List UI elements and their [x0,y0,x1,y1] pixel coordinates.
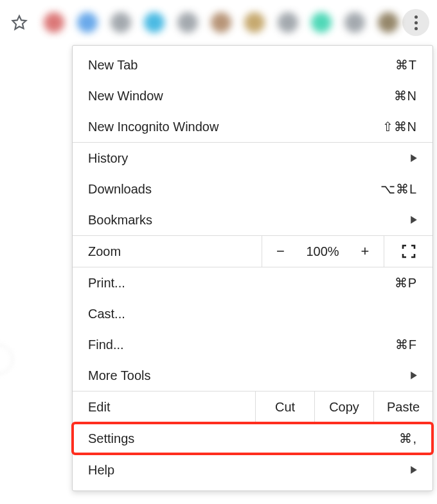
menu-item-label: Edit [73,392,255,422]
fullscreen-button[interactable] [384,236,433,267]
extension-icons [31,12,402,33]
menu-item-shortcut: ⇧⌘N [382,119,417,134]
menu-item-label: New Window [88,89,394,104]
menu-print[interactable]: Print... ⌘P [73,267,433,298]
extension-icon[interactable] [177,12,198,33]
chevron-right-icon [411,216,417,224]
extension-icon[interactable] [311,12,332,33]
menu-item-label: Cast... [88,307,417,321]
menu-history[interactable]: History [73,143,433,174]
menu-bookmarks[interactable]: Bookmarks [73,204,433,235]
browser-toolbar [0,0,437,45]
menu-item-label: History [88,151,411,166]
menu-item-shortcut: ⌘F [395,337,417,352]
menu-downloads[interactable]: Downloads ⌥⌘L [73,174,433,204]
menu-item-label: New Tab [88,58,395,73]
menu-item-shortcut: ⌘P [395,275,417,291]
menu-item-label: Zoom [73,236,262,267]
more-menu-button[interactable] [402,9,429,36]
menu-item-label: Settings [88,431,399,446]
menu-help[interactable]: Help [73,455,433,485]
menu-item-label: New Incognito Window [88,120,382,134]
extension-icon[interactable] [144,12,165,33]
extension-icon[interactable] [278,12,298,33]
chevron-right-icon [411,154,417,162]
menu-more-tools[interactable]: More Tools [73,360,433,391]
menu-item-shortcut: ⌥⌘L [380,181,417,197]
menu-new-tab[interactable]: New Tab ⌘T [73,46,433,80]
bookmark-star-button[interactable] [8,11,31,34]
chevron-right-icon [411,372,417,379]
menu-new-window[interactable]: New Window ⌘N [73,80,433,111]
menu-item-label: Find... [88,338,395,352]
menu-item-shortcut: ⌘T [395,57,417,73]
extension-icon[interactable] [344,12,365,33]
edit-copy-button[interactable]: Copy [314,392,373,422]
extension-icon[interactable] [378,12,398,33]
menu-find[interactable]: Find... ⌘F [73,329,433,360]
edit-paste-button[interactable]: Paste [373,392,433,422]
extension-icon[interactable] [77,12,98,33]
menu-item-label: More Tools [88,368,411,383]
menu-item-shortcut: ⌘N [394,88,417,104]
chrome-menu: New Tab ⌘T New Window ⌘N New Incognito W… [72,45,433,491]
chevron-right-icon [411,466,417,474]
menu-zoom-row: Zoom − 100% + [73,235,433,267]
extension-icon[interactable] [211,12,231,33]
menu-item-shortcut: ⌘, [399,431,417,446]
zoom-out-button[interactable]: − [262,236,299,267]
menu-item-label: Help [88,463,411,478]
menu-item-label: Print... [88,276,395,291]
zoom-in-button[interactable]: + [346,236,384,267]
blurred-avatar [0,345,13,374]
menu-edit-row: Edit Cut Copy Paste [73,391,433,423]
edit-cut-button[interactable]: Cut [255,392,314,422]
menu-settings[interactable]: Settings ⌘, [73,423,433,454]
menu-new-incognito[interactable]: New Incognito Window ⇧⌘N [73,111,433,142]
extension-icon[interactable] [111,12,131,33]
extension-icon[interactable] [44,12,64,33]
fullscreen-icon [402,244,416,258]
menu-cast[interactable]: Cast... [73,298,433,329]
extension-icon[interactable] [244,12,265,33]
zoom-value: 100% [299,236,346,267]
menu-item-label: Bookmarks [88,213,411,228]
menu-item-label: Downloads [88,182,380,197]
